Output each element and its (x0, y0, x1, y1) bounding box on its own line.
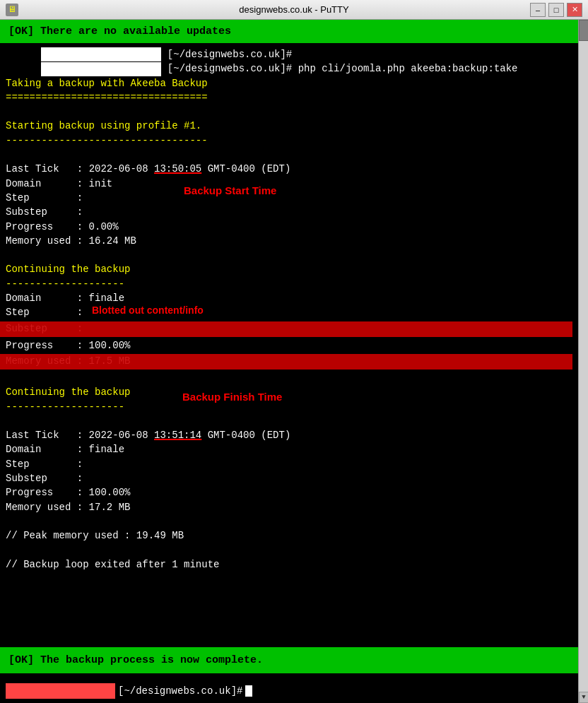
app-icon: 🖥 (6, 4, 18, 16)
last-tick-2: Last Tick : 2022-06-08 13:51:14 GMT-0400… (6, 428, 582, 442)
command-line: [~/designwebs.co.uk]# php cli/joomla.php… (6, 61, 582, 76)
domain-2: Domain : finale (6, 291, 582, 305)
substep-1: Substep : (6, 205, 582, 219)
ok-bar-bottom-container: [OK] The backup process is now complete. (0, 644, 578, 673)
blank3 (6, 248, 582, 262)
terminal-content[interactable]: [~/designwebs.co.uk]# [~/designwebs.co.u… (0, 43, 588, 590)
close-button[interactable]: ✕ (567, 3, 582, 17)
backup-separator2: ---------------------------------- (6, 134, 582, 148)
ok-bar-bottom: [OK] The backup process is now complete. (0, 647, 578, 673)
redacted-bar-1: Substep : (6, 321, 582, 337)
blank7 (6, 543, 582, 557)
domain-3: Domain : finale (6, 442, 582, 456)
bottom-prompt-text: [~/designwebs.co.uk]# (118, 685, 242, 697)
maximize-button[interactable]: □ (548, 3, 564, 17)
backup-separator1: ================================== (6, 90, 582, 105)
terminal-window: [OK] There are no available updates [~/d… (0, 20, 588, 703)
backup-profile: Starting backup using profile #1. (6, 119, 582, 133)
continuing-sep-1: -------------------- (6, 277, 582, 291)
progress-2: Progress : 100.00% (6, 338, 582, 353)
title-bar: 🖥 designwebs.co.uk - PuTTY – □ ✕ (0, 0, 588, 20)
scrollbar-thumb[interactable] (579, 20, 588, 41)
bottom-redacted-box (6, 683, 115, 699)
continuing-2: Continuing the backup (6, 385, 582, 399)
memory-1: Memory used : 16.24 MB (6, 234, 582, 248)
redacted-bar-2: Memory used : 17.5 MB (6, 354, 582, 370)
backup-title: Taking a backup with Akeeba Backup (6, 76, 582, 90)
progress-1: Progress : 0.00% (6, 220, 582, 234)
memory-3: Memory used : 17.2 MB (6, 500, 582, 514)
scrollbar-down-arrow[interactable]: ▼ (579, 692, 588, 703)
window-controls: – □ ✕ (530, 3, 582, 17)
cursor (245, 685, 252, 697)
continuing-sep-2: -------------------- (6, 400, 582, 414)
blank6 (6, 514, 582, 528)
minimize-button[interactable]: – (530, 3, 546, 17)
peak-memory: // Peak memory used : 19.49 MB (6, 528, 582, 543)
window-title: designwebs.co.uk - PuTTY (239, 4, 348, 15)
progress-3: Progress : 100.00% (6, 485, 582, 500)
blank1 (6, 105, 582, 119)
blank8 (6, 572, 582, 586)
blank5 (6, 414, 582, 428)
step-2: Step : (6, 305, 582, 319)
substep-3: Substep : (6, 471, 582, 485)
step-1: Step : (6, 191, 582, 205)
domain-1: Domain : init (6, 177, 582, 191)
blank4 (6, 371, 582, 385)
blank2 (6, 148, 582, 162)
ok-bar-top: [OK] There are no available updates (0, 20, 588, 43)
step-3: Step : (6, 457, 582, 471)
continuing-1: Continuing the backup (6, 262, 582, 276)
backup-loop: // Backup loop exited after 1 minute (6, 557, 582, 572)
last-tick-1: Last Tick : 2022-06-08 13:50:05 GMT-0400… (6, 162, 582, 176)
bottom-prompt-area[interactable]: [~/designwebs.co.uk]# (0, 679, 578, 703)
prompt-line-1: [~/designwebs.co.uk]# (6, 47, 582, 61)
